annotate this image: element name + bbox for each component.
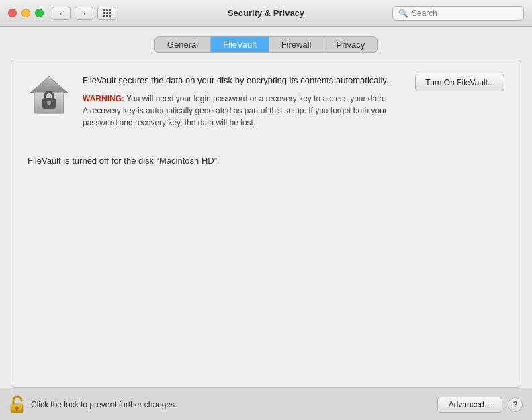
search-input[interactable]: [412, 9, 518, 18]
help-button[interactable]: ?: [508, 397, 523, 412]
tab-filevault[interactable]: FileVault: [211, 37, 269, 52]
svg-rect-4: [48, 103, 50, 105]
lock-area: Click the lock to prevent further change…: [9, 395, 437, 414]
filevault-icon: [28, 74, 71, 117]
content-panel: FileVault secures the data on your disk …: [11, 60, 521, 388]
warning-label: WARNING:: [83, 94, 124, 103]
svg-marker-0: [30, 76, 68, 93]
filevault-status: FileVault is turned off for the disk “Ma…: [28, 156, 504, 166]
bottom-buttons: Advanced... ?: [437, 397, 523, 413]
search-box[interactable]: 🔍: [392, 6, 524, 21]
window-title: Security & Privacy: [228, 8, 304, 18]
tabs-container: General FileVault Firewall Privacy: [0, 27, 532, 60]
warning-body: You will need your login password or a r…: [83, 94, 387, 127]
titlebar: ‹ › Security & Privacy 🔍: [0, 0, 532, 27]
tab-general[interactable]: General: [155, 37, 211, 52]
minimize-button[interactable]: [21, 9, 30, 17]
filevault-description: FileVault secures the data on your disk …: [83, 74, 392, 87]
grid-icon: [103, 9, 111, 17]
forward-button[interactable]: ›: [75, 7, 93, 20]
tab-firewall[interactable]: Firewall: [269, 37, 324, 52]
svg-rect-7: [16, 409, 17, 411]
back-button[interactable]: ‹: [52, 7, 71, 20]
search-icon: 🔍: [398, 9, 408, 18]
lock-label: Click the lock to prevent further change…: [31, 400, 177, 409]
info-text: FileVault secures the data on your disk …: [83, 74, 392, 129]
tab-privacy[interactable]: Privacy: [324, 37, 378, 52]
tabs: General FileVault Firewall Privacy: [154, 36, 378, 53]
close-button[interactable]: [8, 9, 17, 17]
filevault-info: FileVault secures the data on your disk …: [28, 74, 504, 129]
grid-button[interactable]: [97, 7, 116, 20]
main-area: General FileVault Firewall Privacy: [0, 27, 532, 388]
advanced-button[interactable]: Advanced...: [437, 397, 502, 413]
warning-text: WARNING: You will need your login passwo…: [83, 93, 392, 129]
nav-buttons: ‹ ›: [52, 7, 93, 20]
lock-icon[interactable]: [9, 395, 24, 414]
turn-on-filevault-button[interactable]: Turn On FileVault...: [415, 74, 504, 91]
traffic-lights: [8, 9, 44, 17]
maximize-button[interactable]: [35, 9, 44, 17]
bottom-bar: Click the lock to prevent further change…: [0, 388, 532, 420]
